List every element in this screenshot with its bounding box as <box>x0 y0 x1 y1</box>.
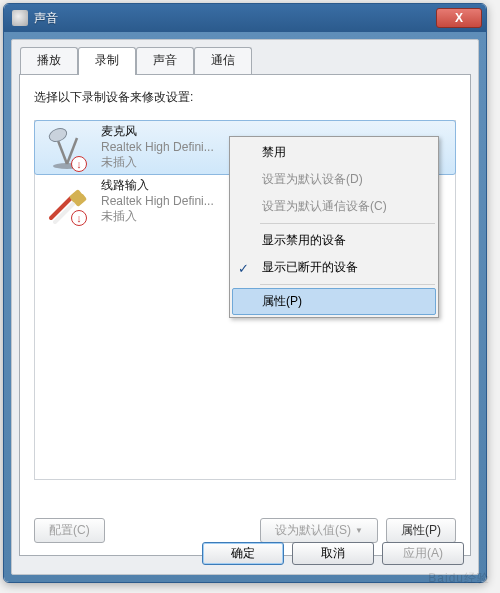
close-button[interactable]: X <box>436 8 482 28</box>
unplugged-badge-icon: ↓ <box>71 156 87 172</box>
dialog-buttons: 确定 取消 应用(A) <box>202 542 464 565</box>
tab-sound[interactable]: 声音 <box>136 47 194 75</box>
titlebar[interactable]: 声音 X <box>4 4 486 32</box>
context-menu: 禁用 设置为默认设备(D) 设置为默认通信设备(C) 显示禁用的设备 ✓ 显示已… <box>229 136 439 318</box>
ok-button[interactable]: 确定 <box>202 542 284 565</box>
app-icon <box>12 10 28 26</box>
set-default-button[interactable]: 设为默认值(S)▼ <box>260 518 378 543</box>
unplugged-badge-icon: ↓ <box>71 210 87 226</box>
device-info: 麦克风 Realtek High Defini... 未插入 <box>101 124 214 171</box>
configure-button[interactable]: 配置(C) <box>34 518 105 543</box>
apply-button[interactable]: 应用(A) <box>382 542 464 565</box>
tab-recording[interactable]: 录制 <box>78 47 136 75</box>
check-icon: ✓ <box>238 260 249 275</box>
line-in-icon: ↓ <box>43 178 91 226</box>
cancel-button[interactable]: 取消 <box>292 542 374 565</box>
menu-separator <box>260 223 435 224</box>
device-driver: Realtek High Defini... <box>101 140 214 156</box>
tab-playback[interactable]: 播放 <box>20 47 78 75</box>
svg-line-1 <box>57 138 67 164</box>
microphone-icon: ↓ <box>43 124 91 172</box>
menu-show-disabled[interactable]: 显示禁用的设备 <box>232 227 436 254</box>
properties-button[interactable]: 属性(P) <box>386 518 456 543</box>
menu-disable[interactable]: 禁用 <box>232 139 436 166</box>
tab-communication[interactable]: 通信 <box>194 47 252 75</box>
device-status: 未插入 <box>101 209 214 225</box>
svg-point-3 <box>47 126 68 143</box>
device-status: 未插入 <box>101 155 214 171</box>
sound-dialog: 声音 X 播放 录制 声音 通信 选择以下录制设备来修改设置: <box>3 3 487 583</box>
device-name: 麦克风 <box>101 124 214 140</box>
menu-set-default-comm[interactable]: 设置为默认通信设备(C) <box>232 193 436 220</box>
menu-separator <box>260 284 435 285</box>
device-info: 线路输入 Realtek High Defini... 未插入 <box>101 178 214 225</box>
menu-show-disconnected[interactable]: ✓ 显示已断开的设备 <box>232 254 436 281</box>
watermark: Baidu经验 <box>428 570 490 587</box>
window-title: 声音 <box>34 10 436 27</box>
chevron-down-icon: ▼ <box>355 526 363 535</box>
close-icon: X <box>455 11 463 25</box>
menu-properties[interactable]: 属性(P) <box>232 288 436 315</box>
tab-strip: 播放 录制 声音 通信 <box>12 40 478 74</box>
panel-buttons: 配置(C) 设为默认值(S)▼ 属性(P) <box>34 518 456 543</box>
instruction-text: 选择以下录制设备来修改设置: <box>34 89 456 106</box>
device-name: 线路输入 <box>101 178 214 194</box>
device-driver: Realtek High Defini... <box>101 194 214 210</box>
menu-set-default-device[interactable]: 设置为默认设备(D) <box>232 166 436 193</box>
